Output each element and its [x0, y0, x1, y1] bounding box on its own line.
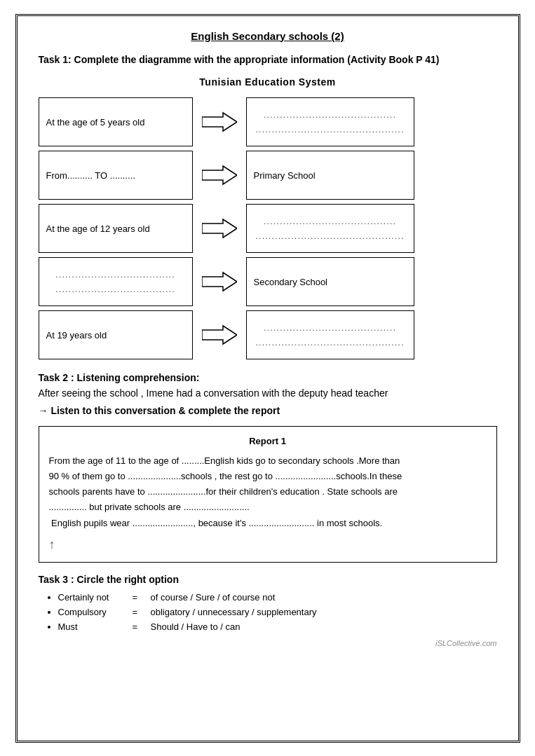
diagram-right-box-4: Secondary School: [246, 257, 414, 306]
arrow-icon-2: [202, 165, 237, 186]
arrow-container-4: [198, 271, 241, 292]
task3-options-1: of course / Sure / of course not: [151, 592, 276, 603]
task3-term-2: Compulsory: [58, 607, 128, 617]
dot-line-3a: ........................................…: [264, 216, 396, 226]
svg-marker-0: [202, 113, 237, 131]
diagram-left-text-2: From.......... TO ..........: [46, 170, 135, 181]
page-title: English Secondary schools (2): [39, 30, 497, 42]
task1-header: Task 1: Complete the diagramme with the …: [39, 53, 497, 67]
dot-line-5a: ........................................…: [264, 322, 396, 333]
task3-row-1: Certainly not = of course / Sure / of co…: [58, 592, 497, 603]
task3-item-3: Must = Should / Have to / can: [58, 621, 497, 632]
diagram-left-box-2: From.......... TO ..........: [39, 151, 193, 200]
diagram-left-box-4: ..................................... ..…: [39, 257, 193, 306]
task2-description: After seeing the school , Imene had a co…: [39, 386, 497, 401]
arrow-icon-5: [202, 324, 237, 345]
diagram-row-4: ..................................... ..…: [39, 257, 497, 306]
task3-row-3: Must = Should / Have to / can: [58, 621, 497, 632]
arrow-icon-1: [202, 111, 237, 132]
task3-options-2: obligatory / unnecessary / supplementary: [151, 607, 317, 617]
arrow-icon-3: [202, 218, 237, 239]
svg-marker-4: [202, 326, 237, 344]
diagram-title: Tunisian Education System: [39, 76, 497, 88]
diagram-row: At the age of 5 years old ..............…: [39, 97, 497, 146]
task2-instruction: → Listen to this conversation & complete…: [39, 405, 497, 416]
task3-row-2: Compulsory = obligatory / unnecessary / …: [58, 607, 497, 617]
diagram-left-text-1: At the age of 5 years old: [46, 117, 145, 128]
arrow-icon-4: [202, 271, 237, 292]
report-line-2: 90 % of them go to .....................…: [49, 469, 487, 484]
report-line-4: ............... but private schools are …: [49, 500, 487, 515]
task3-section: Task 3 : Circle the right option Certain…: [39, 574, 497, 632]
task3-term-1: Certainly not: [58, 592, 128, 603]
task2-section: Task 2 : Listening comprehension: After …: [39, 372, 497, 416]
report-arrow-indicator: ↑: [49, 534, 487, 556]
diagram-left-text-5: At 19 years old: [46, 330, 107, 341]
report-line-3: schools parents have to ................…: [49, 484, 487, 500]
svg-marker-1: [202, 166, 237, 184]
dot-line-4b: .....................................: [55, 284, 175, 294]
task3-eq-2: =: [133, 607, 147, 617]
svg-marker-3: [202, 273, 237, 291]
diagram-row-3: At the age of 12 years old .............…: [39, 204, 497, 253]
task3-header: Task 3 : Circle the right option: [39, 574, 497, 585]
task3-eq-3: =: [133, 621, 147, 632]
dot-line-1b: ........................................…: [255, 124, 404, 135]
dot-line-1a: ........................................…: [264, 109, 396, 120]
diagram-left-text-3: At the age of 12 years old: [46, 224, 150, 234]
arrow-container-5: [198, 324, 241, 345]
watermark: iSLCollective.com: [39, 639, 497, 647]
task3-eq-1: =: [133, 592, 147, 603]
diagram-right-box-5: ........................................…: [246, 310, 414, 359]
task3-term-3: Must: [58, 621, 128, 632]
diagram-left-box-1: At the age of 5 years old: [39, 97, 193, 146]
diagram-right-box-2: Primary School: [246, 151, 414, 200]
arrow-container-3: [198, 218, 241, 239]
diagram-area: At the age of 5 years old ..............…: [39, 97, 497, 359]
diagram-left-box-3: At the age of 12 years old: [39, 204, 193, 253]
task3-item-2: Compulsory = obligatory / unnecessary / …: [58, 607, 497, 617]
task3-options-3: Should / Have to / can: [151, 621, 241, 632]
arrow-container-1: [198, 111, 241, 132]
task3-list: Certainly not = of course / Sure / of co…: [39, 592, 497, 632]
svg-marker-2: [202, 219, 237, 238]
diagram-left-box-5: At 19 years old: [39, 310, 193, 359]
diagram-right-label-2: Primary School: [254, 170, 316, 181]
diagram-right-box-3: ........................................…: [246, 204, 414, 253]
dot-line-4a: .....................................: [55, 269, 175, 280]
diagram-right-box-1: ........................................…: [246, 97, 414, 146]
dot-line-5b: ........................................…: [255, 337, 404, 348]
task2-header: Task 2 : Listening comprehension:: [39, 372, 497, 383]
arrow-container-2: [198, 165, 241, 186]
diagram-row-5: At 19 years old ........................…: [39, 310, 497, 359]
dot-line-3b: ........................................…: [255, 231, 404, 241]
report-box: Report 1 From the age of 11 to the age o…: [39, 426, 497, 563]
diagram-right-label-4: Secondary School: [254, 277, 328, 287]
report-line-1: From the age of 11 to the age of .......…: [49, 453, 487, 469]
task3-item-1: Certainly not = of course / Sure / of co…: [58, 592, 497, 603]
report-title: Report 1: [49, 434, 487, 449]
page: English Secondary schools (2) Task 1: Co…: [15, 14, 520, 743]
report-line-5: English pupils wear ....................…: [49, 516, 487, 531]
diagram-row-2: From.......... TO .......... Primary Sch…: [39, 151, 497, 200]
